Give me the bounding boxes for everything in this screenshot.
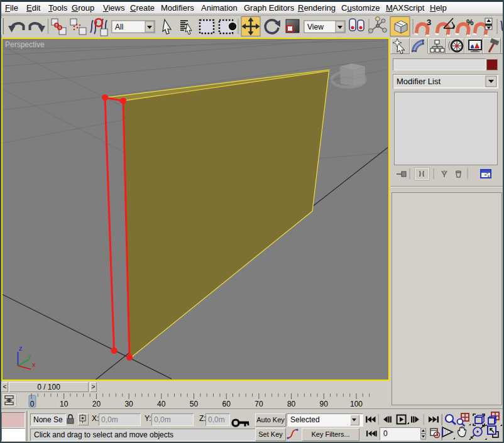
svg-text:%: % xyxy=(466,18,474,27)
svg-text:20: 20 xyxy=(92,400,101,408)
svg-text:10: 10 xyxy=(60,400,68,408)
svg-text:70: 70 xyxy=(255,400,263,408)
svg-text:0: 0 xyxy=(30,400,35,408)
svg-text:y: y xyxy=(28,353,31,360)
svg-text:All: All xyxy=(115,23,123,31)
svg-text:x: x xyxy=(32,361,36,368)
svg-text:View: View xyxy=(307,23,324,31)
svg-text:50: 50 xyxy=(190,400,199,408)
svg-text:40: 40 xyxy=(157,400,166,408)
svg-text:3: 3 xyxy=(427,18,431,27)
svg-text:z: z xyxy=(19,344,23,352)
svg-text:60: 60 xyxy=(222,400,231,408)
svg-text:30: 30 xyxy=(124,400,133,408)
svg-text:Modifier List: Modifier List xyxy=(397,77,441,86)
svg-text:80: 80 xyxy=(287,400,296,408)
svg-text:90: 90 xyxy=(320,400,329,408)
svg-text:Perspective: Perspective xyxy=(5,40,45,49)
svg-text:100: 100 xyxy=(350,400,363,408)
